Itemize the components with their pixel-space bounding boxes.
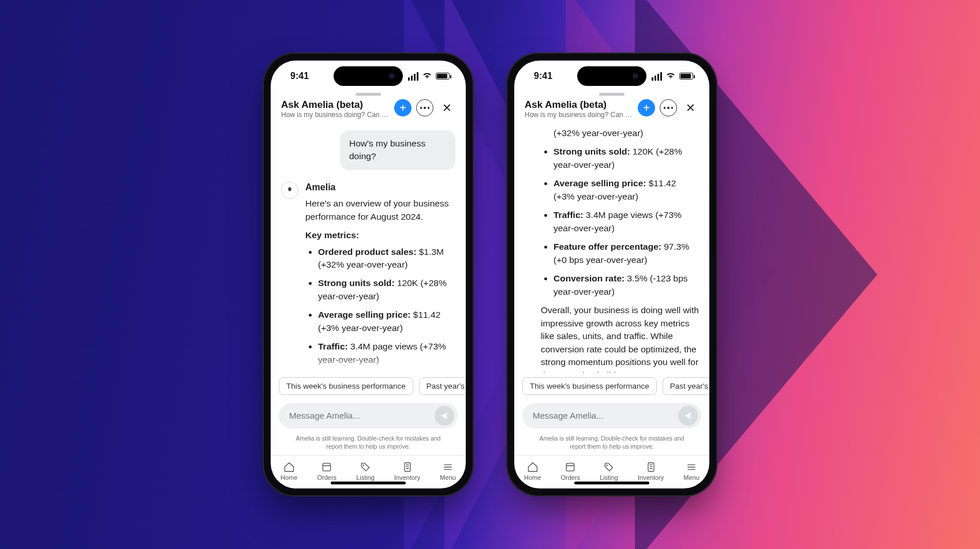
- tab-home[interactable]: Home: [524, 461, 541, 481]
- tab-listing[interactable]: Listing: [356, 461, 375, 481]
- metric-item: Traffic: 3.4M page views (+73% year-over…: [318, 340, 455, 366]
- sheet-subtitle: How is my business doing? Can you…: [525, 111, 633, 119]
- metric-item: Traffic: 3.4M page views (+73% year-over…: [553, 209, 699, 235]
- message-input[interactable]: [533, 411, 672, 420]
- disclaimer-text: Amelia is still learning. Double-check f…: [514, 432, 709, 455]
- status-time: 9:41: [290, 71, 309, 81]
- sheet-subtitle: How is my business doing? Can you…: [281, 111, 390, 119]
- tab-listing[interactable]: Listing: [600, 461, 618, 481]
- dynamic-island: [334, 66, 403, 86]
- new-chat-button[interactable]: +: [394, 99, 412, 116]
- metric-item: Strong units sold: 120K (+28% year-over-…: [553, 145, 699, 171]
- metric-item: Average selling price: $11.42 (+3% year-…: [553, 177, 699, 203]
- phone-right: 9:41 Ask Amelia (beta) How is my busines…: [506, 52, 717, 497]
- tab-menu[interactable]: Menu: [683, 461, 700, 481]
- tab-orders[interactable]: Orders: [560, 461, 580, 481]
- assistant-name: Amelia: [305, 181, 455, 194]
- svg-rect-5: [648, 462, 654, 471]
- metric-continuation: (+32% year-over-year): [541, 127, 699, 140]
- tab-orders[interactable]: Orders: [317, 461, 336, 481]
- assistant-summary: Overall, your business is doing well wit…: [541, 304, 699, 373]
- disclaimer-text: Amelia is still learning. Double-check f…: [271, 432, 466, 455]
- home-indicator: [331, 482, 406, 484]
- battery-icon: [436, 73, 450, 80]
- more-options-button[interactable]: [416, 99, 433, 116]
- metrics-list: Ordered product sales: $1.3M (+32% year-…: [305, 246, 455, 373]
- metric-item: Ordered product sales: $1.3M (+32% year-…: [318, 246, 455, 272]
- home-indicator: [574, 482, 649, 484]
- tab-menu[interactable]: Menu: [440, 461, 456, 481]
- status-time: 9:41: [534, 71, 552, 81]
- sheet-grabber[interactable]: [356, 93, 381, 96]
- battery-icon: [679, 73, 693, 80]
- svg-rect-2: [405, 462, 410, 471]
- send-button[interactable]: [678, 406, 698, 426]
- svg-point-1: [362, 464, 364, 466]
- dynamic-island: [577, 66, 646, 86]
- sheet-title: Ask Amelia (beta): [281, 99, 390, 111]
- svg-rect-3: [567, 463, 574, 471]
- tab-home[interactable]: Home: [280, 461, 297, 481]
- suggestion-chip[interactable]: Past year's bu: [419, 377, 466, 395]
- message-input[interactable]: [289, 411, 429, 420]
- metric-item: Conversion rate: 3.5% (-123 bps year-ove…: [553, 272, 699, 298]
- more-options-button[interactable]: [660, 99, 677, 116]
- cellular-icon: [408, 72, 418, 81]
- wifi-icon: [665, 71, 676, 81]
- assistant-intro: Here's an overview of your business perf…: [305, 197, 455, 223]
- key-metrics-heading: Key metrics:: [305, 229, 455, 242]
- tab-inventory[interactable]: Inventory: [394, 461, 420, 481]
- wifi-icon: [422, 71, 432, 81]
- metrics-list: Strong units sold: 120K (+28% year-over-…: [541, 145, 699, 298]
- message-input-container[interactable]: [279, 403, 458, 428]
- suggestion-chip[interactable]: This week's business performance: [279, 377, 413, 395]
- svg-rect-0: [323, 463, 331, 471]
- user-message: How's my business doing?: [340, 130, 455, 170]
- sheet-grabber[interactable]: [599, 93, 624, 96]
- phone-left: 9:41 Ask Amelia (beta) How is my busines…: [263, 52, 474, 497]
- close-button[interactable]: ✕: [682, 99, 699, 116]
- suggestion-chip[interactable]: This week's business performance: [522, 377, 657, 395]
- close-button[interactable]: ✕: [438, 99, 455, 116]
- svg-point-4: [606, 464, 608, 466]
- metric-item: Average selling price: $11.42 (+3% year-…: [318, 309, 455, 334]
- chat-scroll[interactable]: How's my business doing? Amelia Here's a…: [271, 125, 466, 373]
- new-chat-button[interactable]: +: [638, 99, 655, 116]
- suggestion-chip[interactable]: Past year's bu: [663, 377, 709, 395]
- tab-inventory[interactable]: Inventory: [638, 461, 664, 481]
- sheet-title: Ask Amelia (beta): [525, 99, 633, 111]
- send-button[interactable]: [435, 406, 454, 426]
- cellular-icon: [652, 72, 662, 81]
- metric-item: Strong units sold: 120K (+28% year-over-…: [318, 277, 455, 303]
- assistant-avatar-icon: [281, 182, 298, 199]
- metric-item: Feature offer percentage: 97.3% (+0 bps …: [553, 240, 699, 266]
- message-input-container[interactable]: [522, 403, 701, 428]
- chat-scroll[interactable]: (+32% year-over-year) Strong units sold:…: [514, 125, 709, 373]
